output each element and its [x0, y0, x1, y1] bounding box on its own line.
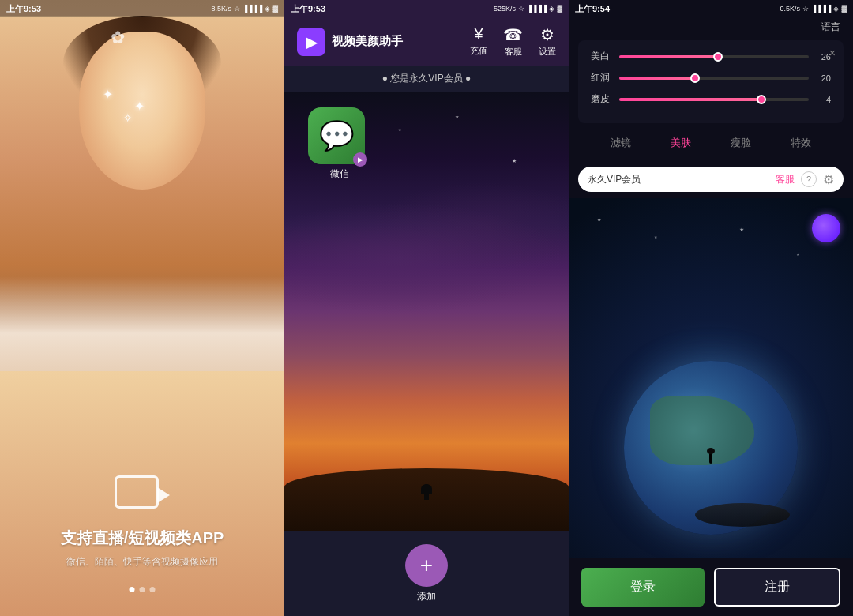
vip-status-bar: 永久VIP会员 客服 ? ⚙: [578, 167, 844, 192]
tab-filter[interactable]: 滤镜: [604, 133, 637, 153]
slider-value-mopi: 4: [815, 95, 831, 104]
speed-info-2: 525K/s: [494, 5, 516, 13]
header-actions: ¥ 充值 ☎ 客服 ⚙ 设置: [470, 25, 556, 58]
kefu-button[interactable]: 客服: [776, 173, 795, 186]
space-star-3: ★: [739, 227, 744, 233]
intro-title: 支持直播/短视频类APP: [0, 528, 284, 549]
space-star-2: ★: [654, 235, 657, 239]
space-star-1: ★: [597, 216, 601, 222]
girl-portrait: ✦ ✧ ✦ ✿: [0, 16, 284, 371]
vip-badge-icon: ▶: [358, 156, 363, 163]
time-3: 上午9:54: [575, 3, 610, 15]
settings-label: 设置: [539, 46, 556, 58]
service-button[interactable]: ☎ 客服: [503, 25, 523, 58]
time-1: 上午9:53: [6, 3, 41, 15]
status-bar-2: 上午9:53 525K/s ☆ ▐▐▐▐ ◈ ▓: [284, 0, 569, 17]
bt-icon-1: ☆: [234, 5, 240, 13]
add-icon: +: [420, 553, 433, 578]
battery-1: ▓: [272, 5, 278, 13]
panel-intro: 上午9:53 8.5K/s ☆ ▐▐▐▐ ◈ ▓ ✦ ✧ ✦ ✿ 支持直播/短视…: [0, 0, 284, 616]
vip-text: ● 您是永久VIP会员 ●: [382, 73, 472, 84]
earth-land: [650, 396, 754, 465]
close-button[interactable]: ×: [829, 47, 836, 59]
battery-2: ▓: [557, 5, 562, 13]
dot-3: [150, 587, 156, 592]
status-icons-3: 0.5K/s ☆ ▐▐▐▐ ◈ ▓: [780, 5, 847, 13]
star-4: ★: [398, 127, 401, 132]
sparkle-1: ✦: [103, 87, 113, 102]
slider-thumb-meibai[interactable]: [713, 52, 723, 62]
wifi-3: ◈: [833, 5, 839, 13]
dot-2: [140, 587, 145, 592]
video-icon: [115, 475, 170, 515]
status-icons-2: 525K/s ☆ ▐▐▐▐ ◈ ▓: [494, 5, 562, 13]
panel-1-content: 支持直播/短视频类APP 微信、陌陌、快手等含视频摄像应用: [0, 475, 284, 569]
intro-subtitle: 微信、陌陌、快手等含视频摄像应用: [0, 555, 284, 569]
star-3: ★: [512, 158, 517, 164]
vip-bar: ● 您是永久VIP会员 ●: [284, 66, 569, 92]
slider-thumb-hongrun[interactable]: [690, 73, 700, 83]
space-content: ★ ★ ★ ★: [569, 198, 853, 558]
beauty-tabs: 滤镜 美肤 瘦脸 特效: [578, 126, 844, 160]
tab-skin[interactable]: 美肤: [664, 133, 697, 153]
sparkle-2: ✧: [122, 111, 133, 126]
settings-icon: ⚙: [540, 25, 554, 44]
app-logo: ▶: [297, 28, 325, 56]
time-2: 上午9:53: [291, 3, 325, 15]
status-icons-1: 8.5K/s ☆ ▐▐▐▐ ◈ ▓: [211, 5, 278, 13]
video-triangle: [157, 487, 170, 503]
app-footer: + 添加: [284, 531, 569, 616]
moon-ground: [695, 503, 790, 527]
app-name: 视频美颜助手: [332, 34, 403, 49]
clothing: [0, 276, 284, 371]
status-bar-3: 上午9:54 0.5K/s ☆ ▐▐▐▐ ◈ ▓: [569, 0, 853, 17]
vip-status-label: 永久VIP会员: [588, 173, 641, 186]
signal-2: ▐▐▐▐: [527, 5, 547, 13]
sparkle-3: ✦: [134, 99, 145, 114]
video-rect: [115, 475, 159, 509]
slider-thumb-mopi[interactable]: [757, 95, 766, 104]
space-star-4: ★: [796, 252, 799, 257]
slider-track-meibai[interactable]: [619, 55, 809, 58]
speed-info-1: 8.5K/s: [211, 5, 231, 13]
slider-label-meibai: 美白: [591, 50, 613, 63]
help-icon: ?: [806, 175, 811, 184]
help-button[interactable]: ?: [801, 171, 817, 187]
settings-button[interactable]: ⚙ 设置: [539, 25, 556, 58]
recharge-icon: ¥: [474, 25, 483, 43]
page-dots: [130, 587, 156, 592]
purple-orb: [812, 214, 840, 242]
service-icon: ☎: [503, 25, 523, 44]
bt-icon-2: ☆: [518, 5, 524, 13]
wechat-icon-box: 💬 ▶: [308, 107, 365, 164]
speed-info-3: 0.5K/s: [780, 5, 800, 13]
language-bar: 语言: [569, 17, 853, 37]
logo-area: ▶ 视频美颜助手: [297, 28, 403, 56]
gear-button[interactable]: ⚙: [823, 172, 834, 187]
vip-badge: ▶: [353, 152, 367, 167]
recharge-button[interactable]: ¥ 充值: [470, 25, 487, 58]
tab-effects[interactable]: 特效: [784, 133, 817, 153]
slider-row-hongrun: 红润 20: [591, 71, 831, 85]
panel-app-home: 上午9:53 525K/s ☆ ▐▐▐▐ ◈ ▓ ▶ 视频美颜助手 ¥ 充值 ☎…: [284, 0, 569, 616]
login-button[interactable]: 登录: [581, 568, 705, 607]
slider-track-hongrun[interactable]: [619, 77, 809, 80]
add-label: 添加: [417, 590, 436, 603]
service-label: 客服: [505, 46, 522, 58]
wechat-icon: 💬: [319, 119, 355, 152]
tab-slim[interactable]: 瘦脸: [724, 133, 757, 153]
slider-track-mopi[interactable]: [619, 98, 809, 101]
signal-3: ▐▐▐▐: [811, 5, 832, 13]
bt-icon-3: ☆: [802, 5, 809, 13]
auth-footer: 登录 注册: [569, 558, 853, 616]
slider-fill-mopi: [619, 98, 761, 101]
panel-beautify: 上午9:54 0.5K/s ☆ ▐▐▐▐ ◈ ▓ 语言 × 美白 26 红润: [569, 0, 853, 616]
hair-accessory: ✿: [111, 28, 125, 48]
slider-row-meibai: 美白 26: [591, 50, 831, 63]
wechat-app-item[interactable]: 💬 ▶ 微信: [308, 107, 371, 178]
logo-icon: ▶: [306, 32, 318, 51]
register-button[interactable]: 注册: [714, 568, 840, 607]
add-button[interactable]: +: [405, 544, 448, 587]
wifi-2: ◈: [549, 5, 554, 13]
language-button[interactable]: 语言: [821, 21, 840, 34]
